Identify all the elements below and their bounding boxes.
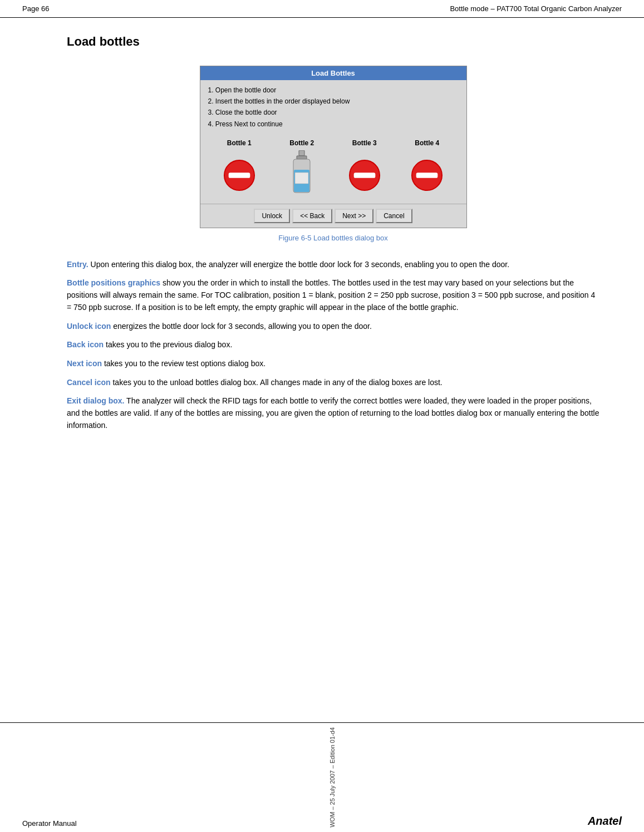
figure-caption: Figure 6-5 Load bottles dialog box: [278, 234, 388, 242]
body-paragraph-back: Back icon takes you to the previous dial…: [67, 339, 599, 351]
dialog-title-bar: Load Bottles: [200, 66, 466, 80]
bottle-1-no-entry-icon: [223, 159, 255, 191]
bottle-2-col: Bottle 2: [274, 139, 330, 200]
body-paragraph-next: Next icon takes you to the review test o…: [67, 358, 599, 370]
term-exit: Exit dialog box.: [67, 396, 124, 405]
instruction-1: 1. Open the bottle door: [208, 85, 459, 96]
dialog-buttons: Unlock << Back Next >> Cancel: [200, 204, 466, 228]
term-cancel: Cancel icon: [67, 378, 111, 387]
text-back: takes you to the previous dialog box.: [106, 340, 232, 349]
text-unlock: energizes the bottle door lock for 3 sec…: [113, 322, 372, 331]
body-paragraph-entry: Entry. Upon entering this dialog box, th…: [67, 259, 599, 271]
figure-container: Load Bottles 1. Open the bottle door 2. …: [67, 66, 599, 242]
bottle-3-graphic: [345, 150, 384, 200]
page-title: Load bottles: [67, 35, 599, 49]
bottle-1-label: Bottle 1: [227, 139, 252, 147]
text-next: takes you to the review test options dia…: [104, 359, 266, 368]
bottle-2-bottle-icon: [288, 150, 316, 200]
svg-rect-8: [353, 173, 375, 178]
back-button[interactable]: << Back: [292, 209, 332, 223]
dialog-instructions: 1. Open the bottle door 2. Insert the bo…: [200, 80, 466, 135]
body-paragraph-exit: Exit dialog box. The analyzer will check…: [67, 395, 599, 431]
instruction-2: 2. Insert the bottles in the order displ…: [208, 96, 459, 107]
text-entry: Upon entering this dialog box, the analy…: [91, 260, 510, 269]
footer-left: Operator Manual: [22, 819, 77, 828]
footer-side-text: WOM – 25 July 2007 – Edition 01-d4: [329, 727, 336, 828]
cancel-button[interactable]: Cancel: [376, 209, 412, 223]
term-back: Back icon: [67, 340, 104, 349]
next-button[interactable]: Next >>: [335, 209, 373, 223]
bottle-2-graphic: [282, 150, 321, 200]
bottles-section: Bottle 1 Bottle 2: [200, 135, 466, 204]
bottle-4-graphic: [407, 150, 446, 200]
bottle-1-col: Bottle 1: [212, 139, 267, 200]
bottle-1-graphic: [220, 150, 259, 200]
text-exit: The analyzer will check the RFID tags fo…: [67, 396, 599, 429]
page-header: Page 66 Bottle mode – PAT700 Total Organ…: [0, 0, 644, 18]
dialog-box: Load Bottles 1. Open the bottle door 2. …: [200, 66, 467, 228]
body-paragraph-cancel: Cancel icon takes you to the unload bott…: [67, 377, 599, 389]
text-cancel: takes you to the unload bottles dialog b…: [112, 378, 442, 387]
svg-rect-2: [299, 150, 304, 156]
term-bottle-positions: Bottle positions graphics: [67, 278, 160, 287]
bottle-4-label: Bottle 4: [415, 139, 439, 147]
bottle-3-col: Bottle 3: [337, 139, 392, 200]
term-entry: Entry.: [67, 260, 89, 269]
bottle-4-no-entry-icon: [411, 159, 443, 191]
body-paragraph-unlock: Unlock icon energizes the bottle door lo…: [67, 321, 599, 333]
bottle-3-label: Bottle 3: [352, 139, 377, 147]
unlock-button[interactable]: Unlock: [254, 209, 290, 223]
instruction-4: 4. Press Next to continue: [208, 119, 459, 130]
svg-rect-1: [228, 173, 250, 178]
body-paragraph-bottle-positions: Bottle positions graphics show you the o…: [67, 277, 599, 313]
bottle-4-col: Bottle 4: [399, 139, 455, 200]
term-next: Next icon: [67, 359, 102, 368]
svg-rect-10: [416, 173, 438, 178]
bottle-2-label: Bottle 2: [289, 139, 314, 147]
term-unlock: Unlock icon: [67, 322, 111, 331]
page-number: Page 66: [22, 4, 49, 13]
footer-right: Anatel: [588, 815, 622, 828]
header-title: Bottle mode – PAT700 Total Organic Carbo…: [450, 4, 622, 13]
page-footer: Operator Manual WOM – 25 July 2007 – Edi…: [0, 722, 644, 832]
page-content: Load bottles Load Bottles 1. Open the bo…: [0, 18, 644, 483]
bottle-3-no-entry-icon: [348, 159, 381, 191]
instruction-3: 3. Close the bottle door: [208, 107, 459, 118]
svg-rect-3: [297, 156, 307, 159]
svg-rect-6: [295, 173, 308, 184]
